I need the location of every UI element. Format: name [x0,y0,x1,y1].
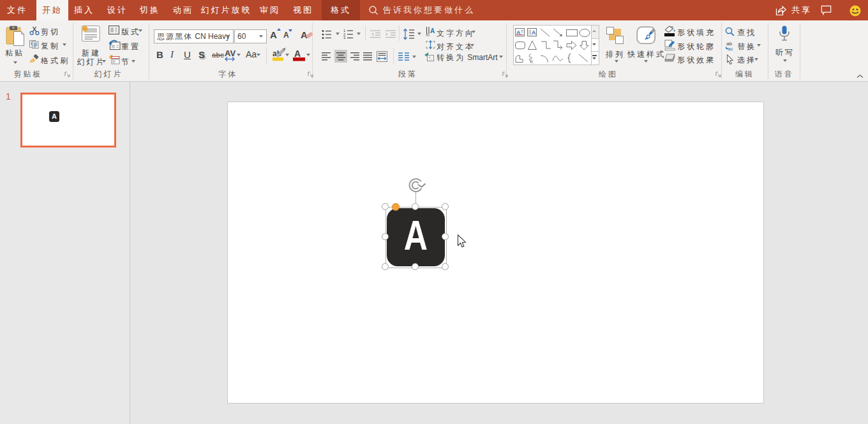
svg-text:A: A [430,27,435,34]
svg-text:A: A [532,29,536,35]
svg-text:ac: ac [728,46,733,50]
svg-text:3: 3 [343,36,346,40]
